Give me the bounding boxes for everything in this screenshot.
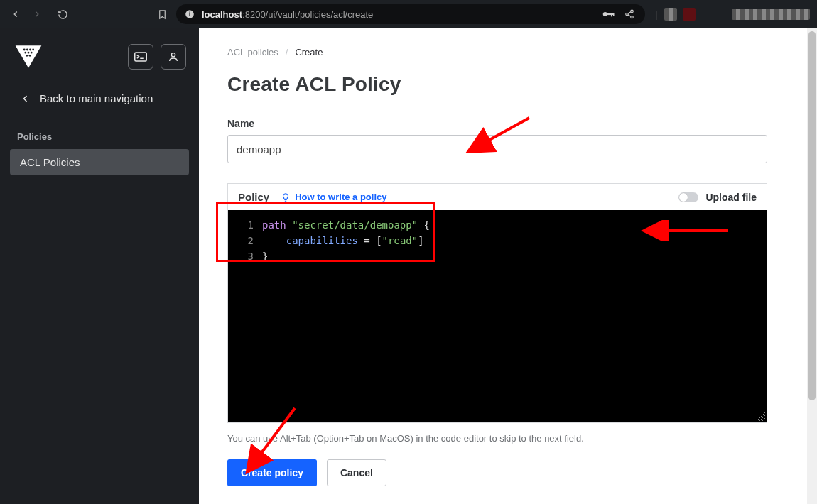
share-icon[interactable] xyxy=(624,9,635,19)
cancel-button[interactable]: Cancel xyxy=(327,459,386,486)
console-button[interactable] xyxy=(128,44,153,70)
policy-label: Policy xyxy=(238,191,269,203)
svg-point-3 xyxy=(603,12,607,16)
url-text: localhost:8200/ui/vault/policies/acl/cre… xyxy=(202,9,373,20)
content: ACL policies / Create Create ACL Policy … xyxy=(199,28,796,504)
svg-point-17 xyxy=(24,52,26,54)
address-bar[interactable]: localhost:8200/ui/vault/policies/acl/cre… xyxy=(176,4,645,24)
scrollbar-thumb[interactable] xyxy=(808,31,816,400)
svg-point-8 xyxy=(626,13,629,16)
app: Back to main navigation Policies ACL Pol… xyxy=(0,28,817,504)
svg-point-18 xyxy=(28,52,30,54)
editor-hint: You can use Alt+Tab (Option+Tab on MacOS… xyxy=(227,433,767,444)
create-policy-button[interactable]: Create policy xyxy=(227,459,317,486)
svg-point-14 xyxy=(26,49,28,51)
svg-point-13 xyxy=(23,49,26,51)
svg-point-20 xyxy=(26,55,28,57)
user-button[interactable] xyxy=(161,44,186,70)
extension-icon[interactable] xyxy=(664,8,677,21)
svg-point-9 xyxy=(631,16,634,18)
vault-logo xyxy=(14,44,43,70)
content-wrap: ACL policies / Create Create ACL Policy … xyxy=(199,28,817,504)
svg-line-10 xyxy=(628,12,631,13)
svg-rect-2 xyxy=(189,12,190,13)
sidebar-item-acl-policies[interactable]: ACL Policies xyxy=(10,149,189,175)
hr xyxy=(227,102,767,102)
policy-hint-text: How to write a policy xyxy=(295,192,386,202)
sidebar-section-label: Policies xyxy=(0,114,199,149)
back-to-main-nav[interactable]: Back to main navigation xyxy=(0,82,199,114)
crumb-create: Create xyxy=(295,47,323,57)
svg-point-19 xyxy=(31,52,33,54)
svg-rect-4 xyxy=(607,13,613,15)
scrollbar[interactable] xyxy=(807,28,817,504)
svg-point-15 xyxy=(29,49,31,51)
name-label: Name xyxy=(227,118,767,129)
name-input[interactable] xyxy=(227,135,767,163)
crumb-acl-policies[interactable]: ACL policies xyxy=(227,47,278,57)
back-label: Back to main navigation xyxy=(40,92,153,104)
nav-buttons xyxy=(7,6,71,23)
key-icon[interactable] xyxy=(602,10,615,18)
upload-toggle[interactable] xyxy=(678,192,698,202)
policy-bar: Policy How to write a policy Upload file xyxy=(227,183,767,210)
policy-editor[interactable]: 1 2 3 path "secret/data/demoapp" { capab… xyxy=(227,210,767,423)
editor-gutter: 1 2 3 xyxy=(228,210,259,422)
sidebar: Back to main navigation Policies ACL Pol… xyxy=(0,28,199,504)
svg-point-24 xyxy=(171,53,175,57)
svg-rect-6 xyxy=(613,13,615,16)
action-buttons: Create policy Cancel xyxy=(227,459,767,486)
forward-button[interactable] xyxy=(28,6,45,23)
site-info-icon[interactable] xyxy=(185,9,195,19)
profile-cluster[interactable] xyxy=(732,9,810,20)
back-button[interactable] xyxy=(7,6,24,23)
svg-rect-1 xyxy=(189,13,190,16)
svg-point-7 xyxy=(631,10,634,12)
resize-handle[interactable] xyxy=(757,412,765,421)
svg-point-21 xyxy=(29,55,31,57)
bookmark-icon[interactable] xyxy=(153,6,171,23)
browser-chrome: localhost:8200/ui/vault/policies/acl/cre… xyxy=(0,0,817,28)
svg-point-16 xyxy=(32,49,34,51)
svg-rect-5 xyxy=(611,13,612,17)
editor-code[interactable]: path "secret/data/demoapp" { capabilitie… xyxy=(259,210,767,271)
page-title: Create ACL Policy xyxy=(227,73,767,96)
sidebar-top xyxy=(0,35,199,82)
svg-rect-22 xyxy=(135,53,147,61)
breadcrumb: ACL policies / Create xyxy=(227,47,767,57)
how-to-write-link[interactable]: How to write a policy xyxy=(281,192,386,202)
svg-marker-12 xyxy=(16,45,42,68)
chevron-left-icon xyxy=(21,94,30,103)
svg-line-11 xyxy=(628,15,631,16)
reload-button[interactable] xyxy=(54,6,71,23)
crumb-separator: / xyxy=(286,47,288,57)
extension-icon[interactable] xyxy=(683,8,696,21)
upload-label: Upload file xyxy=(705,192,757,203)
bulb-icon xyxy=(281,192,291,202)
